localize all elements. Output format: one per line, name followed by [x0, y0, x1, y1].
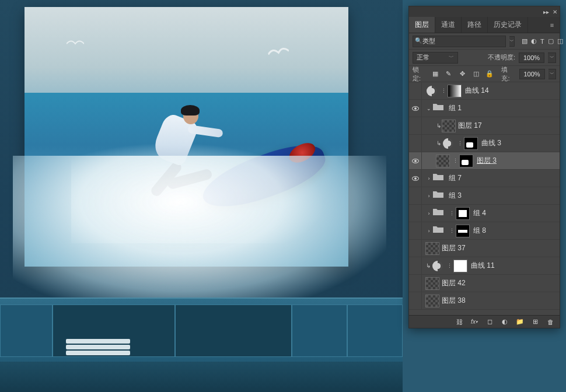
layer-name[interactable]: 图层 38	[442, 296, 466, 306]
visibility-toggle[interactable]	[409, 170, 422, 187]
adjustment-icon[interactable]: ◐	[500, 317, 509, 327]
new-layer-icon[interactable]: ⊞	[530, 317, 540, 327]
clip-indicator-icon: ↳	[425, 262, 431, 269]
lock-all-icon[interactable]: 🔒	[484, 69, 494, 79]
layer-row[interactable]: ⋮图层 3	[409, 152, 560, 170]
layer-name[interactable]: 组 4	[473, 208, 486, 218]
layer-mask-thumbnail[interactable]	[448, 85, 462, 97]
layer-row[interactable]: ⋮曲线 14	[409, 82, 560, 100]
layer-row[interactable]: ›⋮组 4	[409, 205, 560, 222]
collapse-icon[interactable]: ▸▸	[543, 9, 549, 15]
link-mask-icon[interactable]: ⋮	[449, 211, 455, 216]
document-canvas[interactable]	[0, 0, 403, 392]
layer-mask-thumbnail[interactable]	[453, 260, 467, 272]
mask-icon[interactable]: ◻	[485, 317, 494, 327]
link-mask-icon[interactable]: ⋮	[449, 228, 455, 234]
layer-row[interactable]: 图层 38	[409, 292, 560, 310]
visibility-toggle[interactable]	[409, 82, 422, 99]
twisty-icon[interactable]: ⌄	[425, 106, 432, 111]
link-mask-icon[interactable]: ⋮	[457, 141, 463, 146]
tab-channels[interactable]: 通道	[435, 17, 462, 33]
chevron-down-icon[interactable]: ﹀	[509, 36, 515, 47]
layer-name[interactable]: 曲线 14	[465, 86, 489, 96]
link-mask-icon[interactable]: ⋮	[446, 263, 452, 269]
lock-brush-icon[interactable]: ✎	[443, 69, 453, 79]
lock-artboard-icon[interactable]: ◫	[471, 69, 481, 79]
layer-name[interactable]: 图层 42	[442, 278, 466, 288]
twisty-icon[interactable]: ›	[425, 211, 432, 216]
image-filter-icon[interactable]: ▧	[522, 36, 527, 47]
fill-field[interactable]	[519, 69, 545, 79]
visibility-toggle[interactable]	[409, 135, 422, 152]
visibility-toggle[interactable]	[409, 240, 422, 257]
opacity-field[interactable]	[519, 52, 544, 63]
folder-icon	[432, 225, 446, 237]
visibility-toggle[interactable]	[409, 292, 422, 309]
visibility-toggle[interactable]	[409, 205, 422, 222]
layer-row[interactable]: ↳⋮曲线 11	[409, 257, 560, 275]
tab-layers[interactable]: 图层	[409, 17, 435, 33]
layer-name[interactable]: 组 8	[473, 226, 486, 236]
visibility-toggle[interactable]	[409, 222, 422, 239]
layer-name[interactable]: 图层 3	[477, 156, 497, 166]
visibility-toggle[interactable]	[409, 152, 422, 169]
visibility-toggle[interactable]	[409, 100, 422, 117]
tab-paths[interactable]: 路径	[462, 17, 488, 33]
layer-row[interactable]: ›组 7	[409, 170, 560, 187]
visibility-toggle[interactable]	[409, 187, 422, 204]
link-mask-icon[interactable]: ⋮	[441, 88, 446, 94]
tab-history[interactable]: 历史记录	[488, 17, 528, 33]
close-icon[interactable]: ✕	[553, 9, 557, 15]
blend-mode-select[interactable]: 正常 ﹀	[413, 52, 458, 64]
layer-row[interactable]: ↳⋮曲线 3	[409, 135, 560, 152]
trash-icon[interactable]: 🗑	[546, 317, 555, 327]
layer-thumbnail[interactable]	[425, 242, 439, 255]
layer-mask-thumbnail[interactable]	[456, 225, 470, 237]
twisty-icon[interactable]: ›	[425, 228, 432, 234]
group-icon[interactable]: 📁	[515, 317, 525, 327]
layer-thumbnail[interactable]	[425, 295, 439, 307]
layer-row[interactable]: ›⋮组 8	[409, 222, 560, 240]
layer-mask-thumbnail[interactable]	[456, 207, 470, 220]
adjust-filter-icon[interactable]: ◐	[531, 36, 537, 47]
shape-filter-icon[interactable]: ▢	[548, 36, 554, 47]
eye-icon	[412, 176, 419, 181]
layer-name[interactable]: 图层 37	[442, 243, 466, 253]
layer-row[interactable]: 图层 37	[409, 240, 560, 257]
layer-row[interactable]: ›组 3	[409, 187, 560, 205]
visibility-toggle[interactable]	[409, 275, 422, 292]
eye-icon	[412, 159, 419, 163]
layer-name[interactable]: 曲线 11	[471, 261, 495, 271]
fx-icon[interactable]: fx▾	[470, 317, 479, 327]
layer-thumbnail[interactable]	[425, 277, 439, 290]
layer-row[interactable]: ⌄组 1	[409, 100, 560, 117]
panel-menu-icon[interactable]: ≡	[544, 17, 560, 33]
layer-row[interactable]: ↳图层 17	[409, 117, 560, 135]
layer-list[interactable]: ⋮曲线 14⌄组 1↳图层 17↳⋮曲线 3⋮图层 3›组 7›组 3›⋮组 4…	[409, 82, 560, 315]
chevron-down-icon[interactable]: ﹀	[548, 69, 556, 79]
text-filter-icon[interactable]: T	[540, 36, 544, 47]
layer-name[interactable]: 曲线 3	[481, 138, 501, 148]
layer-name[interactable]: 组 1	[449, 103, 462, 113]
layer-name[interactable]: 组 3	[449, 191, 462, 201]
visibility-toggle[interactable]	[409, 257, 422, 274]
layer-thumbnail[interactable]	[442, 120, 456, 132]
link-icon[interactable]: ⛓	[455, 317, 464, 327]
layer-name[interactable]: 图层 17	[458, 121, 482, 131]
visibility-toggle[interactable]	[409, 117, 422, 134]
link-mask-icon[interactable]: ⋮	[452, 158, 458, 164]
twisty-icon[interactable]: ›	[425, 176, 432, 181]
layer-filter-type[interactable]	[413, 36, 506, 47]
twisty-icon[interactable]: ›	[425, 193, 432, 199]
lock-position-icon[interactable]: ✥	[457, 69, 467, 79]
layer-thumbnail[interactable]	[436, 155, 450, 167]
layer-mask-thumbnail[interactable]	[459, 155, 473, 167]
smart-filter-icon[interactable]: ◫	[557, 36, 563, 47]
layer-name[interactable]: 组 7	[449, 173, 462, 183]
lock-transparent-icon[interactable]: ▦	[430, 69, 440, 79]
adjustment-icon	[443, 138, 453, 149]
chevron-down-icon[interactable]: ﹀	[548, 52, 556, 63]
layer-mask-thumbnail[interactable]	[464, 137, 478, 150]
lock-label: 锁定:	[413, 65, 427, 83]
layer-row[interactable]: 图层 42	[409, 275, 560, 292]
